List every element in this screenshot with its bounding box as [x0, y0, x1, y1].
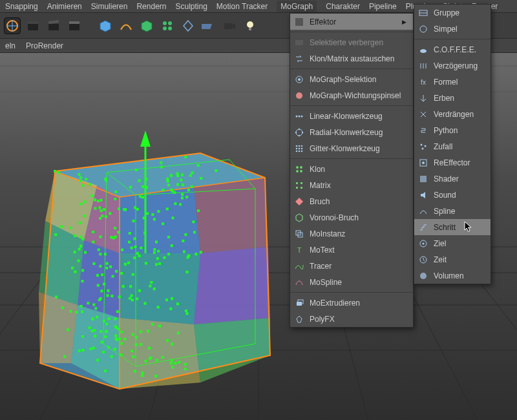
- target-icon: [418, 238, 428, 249]
- svg-point-328: [299, 147, 301, 149]
- menu-item-selektierte-verbergen[interactable]: Selektierte verbergen: [290, 34, 413, 50]
- menu-sculpting[interactable]: Sculpting: [175, 2, 207, 11]
- menu-separator: [290, 32, 413, 32]
- inherit-icon: [418, 93, 428, 103]
- matrix-icon: [294, 180, 304, 191]
- effector-formel[interactable]: fxFormel: [414, 74, 491, 90]
- effector-gruppe[interactable]: Gruppe: [414, 5, 491, 21]
- menu-item-moinstanz[interactable]: MoInstanz: [290, 226, 413, 242]
- svg-rect-169: [92, 240, 94, 243]
- effector-verdr-ngen[interactable]: Verdrängen: [414, 106, 491, 122]
- svg-rect-79: [178, 361, 180, 363]
- effector-ziel[interactable]: Ziel: [414, 235, 491, 251]
- svg-rect-188: [94, 335, 96, 337]
- effector-icon: [294, 17, 304, 27]
- menu-item-label: Gitter-Klonwerkzeug: [310, 144, 406, 153]
- menu-mograph[interactable]: MoGraph: [277, 1, 317, 12]
- tool-clapper1[interactable]: [25, 17, 41, 34]
- menu-item-mograph-wichtungspinsel[interactable]: MoGraph-Wichtungspinsel: [290, 87, 413, 103]
- svg-rect-110: [102, 351, 105, 353]
- svg-rect-215: [131, 294, 133, 297]
- tool-camera[interactable]: [221, 17, 238, 34]
- effector-sound[interactable]: Sound: [414, 187, 491, 203]
- tool-clapper3[interactable]: [66, 17, 83, 34]
- menu-item-gitter-klonwerkzeug[interactable]: Gitter-Klonwerkzeug: [290, 140, 413, 156]
- menu-item-mospline[interactable]: MoSpline: [290, 274, 413, 290]
- tool-symmetry[interactable]: [180, 17, 196, 34]
- random-icon: [418, 142, 428, 152]
- svg-rect-276: [81, 280, 84, 282]
- menu-snapping[interactable]: Snapping: [5, 2, 38, 11]
- effector-verz-gerung[interactable]: Verzögerung: [414, 58, 491, 74]
- svg-rect-161: [99, 217, 101, 220]
- effector-python[interactable]: Python: [414, 122, 491, 138]
- svg-point-356: [422, 147, 424, 149]
- tool-clapper2[interactable]: [45, 17, 62, 34]
- menu-item-klon-matrix-austauschen[interactable]: Klon/Matrix austauschen: [290, 50, 413, 67]
- svg-point-354: [421, 143, 423, 145]
- svg-rect-64: [176, 174, 179, 177]
- menu-item-moextrudieren[interactable]: MoExtrudieren: [290, 295, 413, 311]
- svg-rect-238: [132, 355, 134, 358]
- menu-item-label: Gruppe: [434, 8, 484, 17]
- svg-text:T: T: [297, 246, 302, 254]
- svg-rect-285: [107, 294, 109, 297]
- menu-charakter[interactable]: Charakter: [326, 2, 360, 11]
- tool-array[interactable]: [159, 17, 176, 34]
- effector-simpel[interactable]: Simpel: [414, 21, 491, 37]
- effector-shader[interactable]: Shader: [414, 171, 491, 187]
- menu-item-bruch[interactable]: Bruch: [290, 193, 413, 209]
- menu-item-tracer[interactable]: Tracer: [290, 258, 413, 274]
- tool-floor[interactable]: [200, 17, 217, 34]
- svg-rect-243: [176, 184, 179, 186]
- svg-point-358: [422, 162, 425, 164]
- effector-zufall[interactable]: Zufall: [414, 138, 491, 154]
- svg-rect-219: [149, 357, 151, 360]
- effector-spline[interactable]: Spline: [414, 203, 491, 219]
- menu-item-effektor[interactable]: Effektor▶: [290, 14, 413, 30]
- menu-item-label: Verzögerung: [434, 61, 484, 70]
- tab-prorender[interactable]: ProRender: [26, 41, 63, 50]
- svg-rect-339: [296, 187, 298, 189]
- tool-cube-prim[interactable]: [97, 17, 114, 34]
- menu-item-radial-klonwerkzeug[interactable]: Radial-Klonwerkzeug: [290, 124, 413, 140]
- svg-rect-172: [101, 215, 103, 217]
- menu-item-linear-klonwerkzeug[interactable]: Linear-Klonwerkzeug: [290, 108, 413, 124]
- menu-item-polyfx[interactable]: PolyFX: [290, 311, 413, 327]
- menu-pipeline[interactable]: Pipeline: [369, 2, 397, 11]
- menu-item-mograph-selektion[interactable]: MoGraph-Selektion: [290, 71, 413, 87]
- svg-rect-116: [170, 362, 173, 364]
- menu-item-label: Ziel: [434, 239, 484, 248]
- svg-rect-192: [103, 283, 105, 286]
- effector-erben[interactable]: Erben: [414, 90, 491, 106]
- effector-c-o-f-f-e-e-[interactable]: C.O.F.F.E.E.: [414, 41, 491, 58]
- menu-item-voronoi-bruch[interactable]: Voronoi-Bruch: [290, 209, 413, 226]
- tool-deformer[interactable]: [138, 17, 155, 34]
- menu-item-label: C.O.F.F.E.E.: [434, 45, 484, 54]
- effector-reeffector[interactable]: ReEffector: [414, 154, 491, 171]
- menu-item-klon[interactable]: Klon: [290, 161, 413, 177]
- svg-rect-189: [179, 203, 182, 205]
- effector-volumen[interactable]: Volumen: [414, 268, 491, 284]
- svg-rect-8: [69, 21, 79, 24]
- shader-icon: [418, 174, 428, 184]
- menu-item-matrix[interactable]: Matrix: [290, 177, 413, 193]
- menu-simulieren[interactable]: Simulieren: [91, 2, 128, 11]
- effector-zeit[interactable]: Zeit: [414, 251, 491, 268]
- menu-animieren[interactable]: Animieren: [47, 2, 82, 11]
- effector-schritt[interactable]: Schritt: [414, 219, 491, 235]
- menu-motion-tracker[interactable]: Motion Tracker: [216, 2, 268, 11]
- tool-light[interactable]: [242, 17, 258, 34]
- tool-live-select[interactable]: [4, 17, 21, 34]
- menu-item-label: Effektor: [310, 17, 388, 26]
- svg-point-355: [425, 145, 427, 147]
- svg-rect-284: [107, 346, 110, 348]
- svg-rect-218: [136, 208, 139, 211]
- tool-spline-prim[interactable]: [118, 17, 134, 34]
- menu-item-motext[interactable]: TMoText: [290, 242, 413, 258]
- svg-rect-128: [157, 306, 160, 308]
- tab-standard[interactable]: eln: [5, 41, 16, 50]
- svg-rect-254: [153, 288, 156, 290]
- svg-point-13: [163, 26, 167, 30]
- menu-rendern[interactable]: Rendern: [136, 2, 166, 11]
